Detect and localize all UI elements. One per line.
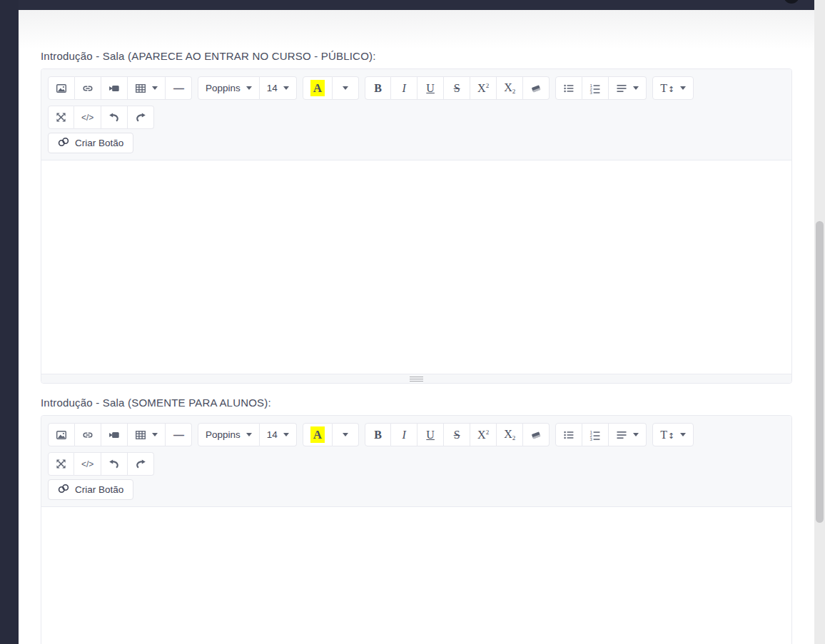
- insert-image-button[interactable]: [48, 76, 75, 100]
- codeview-button[interactable]: </>: [74, 452, 101, 476]
- paragraph-align-button[interactable]: [609, 423, 647, 446]
- bold-button[interactable]: B: [365, 76, 391, 100]
- codeview-button[interactable]: </>: [74, 106, 101, 129]
- insert-link-button[interactable]: [75, 76, 101, 100]
- resize-grip-icon: [410, 377, 423, 382]
- table-icon: [135, 429, 146, 441]
- clear-format-button[interactable]: [523, 76, 550, 100]
- undo-icon: [108, 112, 120, 123]
- insert-link-button[interactable]: [75, 423, 101, 446]
- svg-text:3: 3: [590, 437, 592, 441]
- paragraph-group: 123: [555, 76, 647, 100]
- main-content: Introdução - Sala (APARECE AO ENTRAR NO …: [19, 10, 814, 644]
- subscript-button[interactable]: X2: [497, 76, 523, 100]
- chevron-down-icon: [680, 433, 686, 436]
- italic-button[interactable]: I: [391, 423, 417, 446]
- height-group: T↕: [652, 423, 694, 446]
- redo-button[interactable]: [128, 452, 154, 476]
- underline-button[interactable]: U: [417, 423, 444, 446]
- superscript-button[interactable]: X2: [470, 76, 497, 100]
- style-group: B I U S X2: [365, 76, 550, 100]
- superscript-button[interactable]: X2: [470, 423, 497, 446]
- undo-icon: [108, 459, 120, 470]
- numbered-list-icon: 123: [589, 429, 601, 441]
- font-group: Poppins 14: [198, 423, 297, 446]
- style-group: B I U S X2: [365, 423, 550, 446]
- bold-button[interactable]: B: [365, 423, 391, 446]
- italic-button[interactable]: I: [391, 76, 417, 100]
- unordered-list-button[interactable]: [555, 76, 582, 100]
- chain-rings-icon: [58, 136, 69, 150]
- image-icon: [56, 83, 67, 94]
- scrollbar-track[interactable]: [814, 0, 825, 644]
- table-icon: [135, 83, 146, 94]
- code-icon: </>: [81, 113, 93, 123]
- redo-button[interactable]: [128, 106, 154, 129]
- criar-botao-button[interactable]: Criar Botão: [48, 479, 133, 500]
- bullet-list-icon: [563, 429, 575, 441]
- chevron-down-icon: [283, 86, 289, 90]
- strikethrough-button[interactable]: S: [444, 76, 470, 100]
- font-color-dropdown[interactable]: [333, 423, 359, 446]
- insert-group: —: [48, 423, 192, 446]
- redo-icon: [135, 459, 146, 470]
- criar-botao-button[interactable]: Criar Botão: [48, 133, 133, 153]
- chevron-down-icon: [283, 433, 289, 436]
- scrollbar-thumb[interactable]: [816, 221, 824, 523]
- paragraph-align-button[interactable]: [609, 76, 647, 100]
- chevron-down-icon: [680, 86, 686, 90]
- subscript-button[interactable]: X2: [497, 423, 523, 446]
- underline-button[interactable]: U: [417, 76, 444, 100]
- ordered-list-button[interactable]: 123: [582, 76, 609, 100]
- chevron-down-icon: [246, 433, 252, 436]
- toolbar-row-2: Criar Botão: [48, 479, 785, 500]
- font-color-dropdown[interactable]: [333, 76, 359, 100]
- line-height-button[interactable]: T↕: [652, 76, 694, 100]
- editor-content-publico[interactable]: [41, 160, 791, 374]
- svg-text:3: 3: [590, 91, 592, 94]
- clear-format-button[interactable]: [523, 423, 550, 446]
- font-color-icon: A: [310, 426, 325, 443]
- link-icon: [82, 83, 93, 94]
- toolbar-row-1: — Poppins 14: [48, 423, 785, 476]
- insert-hr-button[interactable]: —: [166, 76, 192, 100]
- chevron-down-icon: [343, 86, 348, 90]
- strikethrough-button[interactable]: S: [444, 423, 470, 446]
- fontsize-dropdown[interactable]: 14: [260, 76, 297, 100]
- insert-hr-button[interactable]: —: [166, 423, 192, 446]
- ordered-list-button[interactable]: 123: [582, 423, 609, 446]
- toolbar-row-2: Criar Botão: [48, 133, 785, 153]
- bullet-list-icon: [563, 83, 575, 94]
- fullscreen-button[interactable]: [48, 452, 74, 476]
- image-icon: [56, 429, 67, 441]
- chevron-down-icon: [633, 433, 639, 436]
- fullscreen-icon: [56, 112, 66, 123]
- font-color-button[interactable]: A: [303, 76, 333, 100]
- font-color-icon: A: [310, 80, 325, 96]
- chevron-down-icon: [152, 433, 158, 436]
- undo-button[interactable]: [101, 106, 128, 129]
- text-height-icon: T↕: [660, 82, 674, 95]
- field-label-intro-publico: Introdução - Sala (APARECE AO ENTRAR NO …: [41, 50, 792, 62]
- undo-button[interactable]: [101, 452, 128, 476]
- insert-video-button[interactable]: [101, 76, 128, 100]
- fontsize-dropdown[interactable]: 14: [260, 423, 297, 446]
- font-color-button[interactable]: A: [303, 423, 333, 446]
- editor-toolbar: — Poppins 14: [41, 416, 791, 507]
- align-icon: [616, 83, 627, 94]
- fullscreen-button[interactable]: [48, 106, 74, 129]
- insert-table-button[interactable]: [128, 76, 166, 100]
- line-height-button[interactable]: T↕: [652, 423, 694, 446]
- richtext-editor-publico: — Poppins 14: [41, 68, 792, 384]
- fontname-dropdown[interactable]: Poppins: [198, 423, 260, 446]
- fullscreen-icon: [56, 459, 66, 469]
- insert-image-button[interactable]: [48, 423, 75, 446]
- editor-toolbar: — Poppins 14: [41, 69, 791, 160]
- editor-content-alunos[interactable]: [41, 507, 791, 644]
- editor-resize-handle[interactable]: [41, 374, 791, 383]
- insert-table-button[interactable]: [128, 423, 166, 446]
- insert-video-button[interactable]: [101, 423, 128, 446]
- unordered-list-button[interactable]: [555, 423, 582, 446]
- chevron-down-icon: [343, 433, 348, 436]
- fontname-dropdown[interactable]: Poppins: [198, 76, 260, 100]
